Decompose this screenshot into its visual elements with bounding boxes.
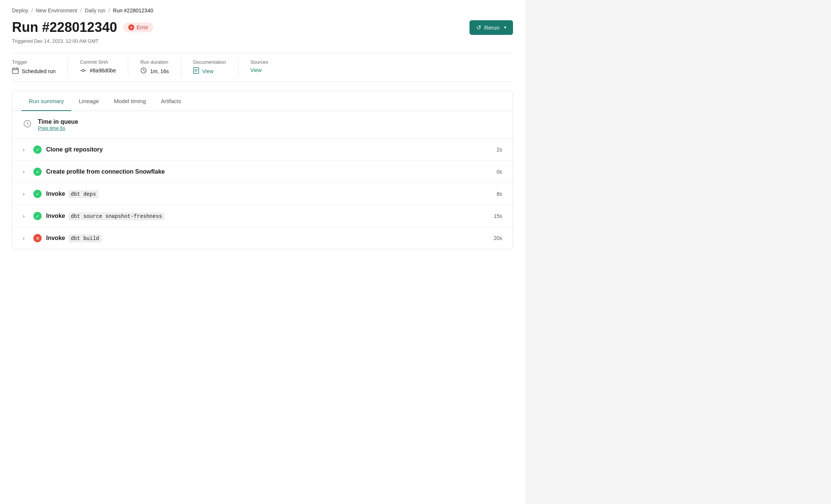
step-create-profile[interactable]: › ✓ Create profile from connection Snowf… — [12, 161, 513, 183]
meta-trigger-label: Trigger — [12, 59, 56, 65]
meta-trigger-text: Scheduled run — [22, 68, 56, 74]
meta-row: Trigger Scheduled run Commit SHA — [12, 53, 513, 82]
step-label-clone: Clone git repository — [46, 146, 483, 153]
svg-line-16 — [27, 124, 29, 124]
meta-trigger: Trigger Scheduled run — [12, 58, 68, 77]
breadcrumb-current: Run #228012340 — [113, 8, 153, 14]
tabs-container: Run summary Lineage Model timing Artifac… — [12, 91, 513, 111]
step-chevron-icon: › — [23, 213, 29, 219]
commit-icon — [80, 67, 87, 74]
run-steps: Time in queue Prep time 6s › ✓ Clone git… — [12, 111, 513, 249]
meta-commit: Commit SHA #8a96d0be — [80, 58, 128, 77]
rerun-button-label: Rerun — [484, 24, 500, 31]
step-duration-freshness: 15s — [487, 213, 502, 219]
status-badge: × Error — [123, 22, 153, 32]
meta-sources-label: Sources — [250, 59, 268, 65]
queue-title: Time in queue — [38, 118, 78, 125]
queue-clock-icon — [23, 119, 32, 130]
step-duration-create-profile: 0s — [487, 169, 502, 175]
error-badge-label: Error — [136, 24, 148, 30]
breadcrumb-sep-2: / — [80, 8, 82, 14]
step-chevron-icon: › — [23, 235, 29, 241]
page-title: Run #228012340 — [12, 20, 117, 35]
step-label-create-profile: Create profile from connection Snowflake — [46, 168, 483, 175]
meta-sources-value[interactable]: View — [250, 67, 268, 73]
meta-duration-label: Run duration — [140, 59, 169, 65]
meta-sources-link[interactable]: View — [250, 67, 262, 73]
meta-commit-label: Commit SHA — [80, 59, 116, 65]
step-chevron-icon: › — [23, 147, 29, 153]
page: Deploy / New Environment / Daily run / R… — [0, 0, 525, 504]
meta-docs-value[interactable]: View — [193, 67, 226, 75]
meta-trigger-value: Scheduled run — [12, 67, 56, 75]
step-invoke-build[interactable]: › ✕ Invoke dbt build 20s — [12, 227, 513, 249]
step-duration-deps: 8s — [487, 191, 502, 197]
svg-line-9 — [144, 70, 145, 71]
step-status-success-icon: ✓ — [33, 190, 42, 198]
step-label-deps-prefix: Invoke — [46, 190, 65, 197]
step-duration-build: 20s — [487, 235, 502, 241]
tab-model-timing[interactable]: Model timing — [106, 91, 153, 111]
step-status-success-icon: ✓ — [33, 146, 42, 154]
step-label-build: Invoke dbt build — [46, 235, 483, 242]
breadcrumb-daily-run[interactable]: Daily run — [85, 8, 105, 14]
queue-info: Time in queue Prep time 6s — [38, 118, 78, 131]
step-label-deps: Invoke dbt deps — [46, 190, 483, 197]
triggered-text: Triggered Dec 14, 2023, 12:00 AM GMT — [12, 38, 513, 44]
clock-icon — [140, 67, 147, 75]
meta-commit-text: #8a96d0be — [90, 68, 116, 74]
meta-duration-value: 1m, 16s — [140, 67, 169, 75]
meta-docs-label: Documentation — [193, 59, 226, 65]
step-status-success-icon: ✓ — [33, 168, 42, 176]
step-duration-clone: 2s — [487, 147, 502, 153]
rerun-chevron-icon: ▾ — [504, 25, 506, 30]
breadcrumb-new-environment[interactable]: New Environment — [36, 8, 77, 14]
docs-icon — [193, 67, 199, 75]
step-chevron-icon: › — [23, 191, 29, 197]
meta-duration-text: 1m, 16s — [150, 68, 169, 74]
step-label-build-prefix: Invoke — [46, 235, 65, 241]
meta-documentation: Documentation View — [193, 58, 238, 77]
tab-artifacts[interactable]: Artifacts — [153, 91, 189, 111]
step-label-deps-code: dbt deps — [69, 190, 98, 198]
step-label-freshness: Invoke dbt source snapshot-freshness — [46, 213, 483, 219]
breadcrumb: Deploy / New Environment / Daily run / R… — [12, 8, 513, 14]
svg-rect-0 — [12, 68, 18, 74]
breadcrumb-sep-1: / — [32, 8, 33, 14]
step-label-freshness-code: dbt source snapshot-freshness — [69, 213, 165, 220]
meta-commit-value: #8a96d0be — [80, 67, 116, 74]
step-chevron-icon: › — [23, 169, 29, 175]
tab-lineage[interactable]: Lineage — [71, 91, 106, 111]
step-invoke-freshness[interactable]: › ✓ Invoke dbt source snapshot-freshness… — [12, 205, 513, 227]
header-row: Run #228012340 × Error ↺ Rerun ▾ — [12, 20, 513, 35]
error-badge-icon: × — [128, 24, 134, 30]
svg-point-4 — [82, 69, 84, 72]
tab-run-summary[interactable]: Run summary — [21, 91, 71, 111]
queue-subtitle[interactable]: Prep time 6s — [38, 125, 78, 131]
step-label-freshness-prefix: Invoke — [46, 213, 65, 219]
meta-duration: Run duration 1m, 16s — [140, 58, 181, 77]
meta-docs-link[interactable]: View — [202, 68, 213, 74]
meta-sources: Sources View — [250, 58, 280, 77]
queue-section: Time in queue Prep time 6s — [12, 111, 513, 139]
calendar-icon — [12, 67, 19, 75]
breadcrumb-deploy[interactable]: Deploy — [12, 8, 28, 14]
breadcrumb-sep-3: / — [108, 8, 110, 14]
step-clone-git[interactable]: › ✓ Clone git repository 2s — [12, 139, 513, 161]
step-invoke-deps[interactable]: › ✓ Invoke dbt deps 8s — [12, 183, 513, 205]
step-label-build-code: dbt build — [69, 235, 102, 242]
title-area: Run #228012340 × Error — [12, 20, 153, 35]
step-status-success-icon: ✓ — [33, 212, 42, 220]
rerun-refresh-icon: ↺ — [476, 24, 481, 31]
rerun-button[interactable]: ↺ Rerun ▾ — [470, 20, 513, 35]
step-status-error-icon: ✕ — [33, 234, 42, 242]
main-card: Run summary Lineage Model timing Artifac… — [12, 91, 513, 249]
